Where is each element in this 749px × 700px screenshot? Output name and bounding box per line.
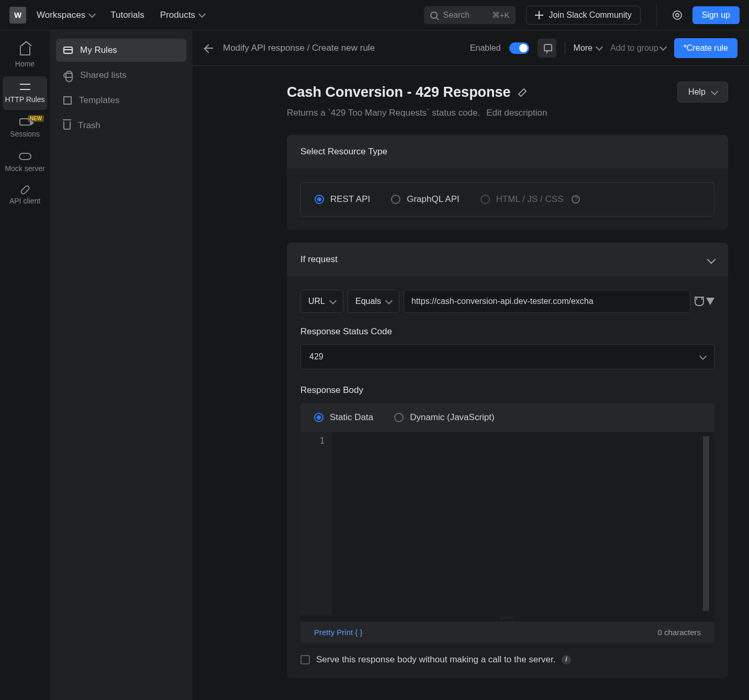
body-dynamic-option[interactable]: Dynamic (JavaScript) [394, 412, 495, 423]
products-menu[interactable]: Products [160, 10, 205, 20]
create-rule-button[interactable]: *Create rule [674, 38, 737, 58]
editor-gutter: 1 [300, 432, 332, 615]
content: Cash Conversion - 429 Response Help Retu… [193, 66, 749, 700]
if-request-label: If request [300, 254, 338, 265]
info-icon[interactable] [572, 195, 580, 204]
camera-icon [19, 118, 31, 126]
back-arrow-icon[interactable] [204, 43, 214, 53]
crumb-bar: Modify API response / Create new rule En… [193, 30, 749, 66]
static-label: Static Data [330, 412, 373, 423]
edit-icon[interactable] [518, 88, 527, 96]
status-code-value: 429 [309, 352, 323, 362]
character-count: 0 characters [657, 628, 701, 637]
grid-icon [63, 96, 72, 105]
search-icon [430, 12, 438, 19]
search-shortcut: ⌘+K [492, 10, 510, 20]
rail-api-client[interactable]: API client [3, 181, 47, 211]
radio-icon [314, 413, 323, 422]
rail-sessions[interactable]: NEW Sessions [3, 112, 47, 144]
radio-icon [480, 195, 490, 204]
response-body-label: Response Body [300, 385, 714, 396]
slack-icon [535, 11, 543, 19]
rail-mock-server[interactable]: Mock server [3, 146, 47, 179]
chevron-down-icon [711, 87, 718, 95]
serve-checkbox[interactable] [300, 655, 310, 664]
workspaces-menu[interactable]: Workspaces [37, 10, 95, 20]
url-input[interactable]: https://cash-conversion-api.dev-tester.c… [404, 290, 690, 313]
resource-rest-option[interactable]: REST API [315, 194, 370, 205]
edit-description-link[interactable]: Edit description [486, 108, 547, 118]
chevron-down-icon [699, 352, 707, 359]
top-nav: Workspaces Tutorials Products [37, 10, 205, 20]
graphql-label: GraphQL API [407, 194, 459, 205]
body-type-tabs: Static Data Dynamic (JavaScript) [300, 403, 714, 432]
add-group-label: Add to group [610, 43, 658, 53]
sidebar-shared-label: Shared lists [80, 70, 127, 81]
info-icon[interactable] [562, 655, 571, 664]
chevron-down-icon [88, 10, 96, 18]
rail-api-label: API client [9, 197, 40, 205]
body-static-option[interactable]: Static Data [314, 412, 373, 423]
help-button[interactable]: Help [677, 82, 728, 103]
editor-code-area[interactable] [332, 432, 714, 615]
topbar: W Workspaces Tutorials Products Search ⌘… [0, 0, 749, 30]
enabled-toggle[interactable] [509, 42, 529, 54]
status-code-select[interactable]: 429 [300, 344, 714, 369]
chevron-down-icon [596, 43, 603, 51]
enabled-label: Enabled [470, 43, 501, 53]
body-editor[interactable]: 1 [300, 432, 714, 615]
signup-button[interactable]: Sign up [692, 6, 740, 24]
chevron-down-icon [329, 297, 337, 304]
tutorials-link[interactable]: Tutorials [110, 10, 144, 20]
divider [656, 4, 657, 27]
rail-sessions-label: Sessions [10, 130, 40, 138]
chevron-down-icon[interactable] [707, 255, 716, 264]
filter-icon[interactable] [706, 298, 714, 305]
sidebar: My Rules Shared lists Templates Trash [50, 30, 193, 700]
pretty-print-link[interactable]: Pretty Print { } [314, 628, 363, 637]
resource-graphql-option[interactable]: GraphQL API [391, 194, 459, 205]
url-field-selector[interactable]: URL [300, 290, 343, 313]
join-slack-button[interactable]: Join Slack Community [526, 6, 640, 25]
link-icon [19, 184, 30, 195]
if-request-card: If request URL Equals https://cash-con [287, 243, 728, 679]
rail-rules-label: HTTP Rules [5, 95, 45, 104]
add-to-group-menu[interactable]: Add to group [610, 43, 666, 53]
home-icon [20, 46, 30, 55]
sidebar-shared-lists[interactable]: Shared lists [56, 64, 186, 87]
status-code-label: Response Status Code [300, 326, 714, 337]
main-panel: Modify API response / Create new rule En… [193, 30, 749, 700]
sidebar-templates-label: Templates [79, 95, 119, 106]
resource-html-option[interactable]: HTML / JS / CSS [480, 194, 580, 205]
more-label: More [574, 43, 593, 53]
chevron-down-icon [659, 43, 667, 51]
settings-icon[interactable] [673, 10, 682, 20]
flask-icon[interactable] [695, 297, 702, 306]
workspace-badge[interactable]: W [9, 7, 26, 24]
resize-handle[interactable]: :::::::: [300, 615, 714, 622]
rule-title: Cash Conversion - 429 Response [287, 84, 511, 100]
equals-label: Equals [355, 297, 381, 306]
sidebar-templates[interactable]: Templates [56, 89, 186, 112]
slack-label: Join Slack Community [549, 10, 631, 20]
chevron-down-icon [198, 10, 206, 18]
link-icon [63, 73, 73, 78]
url-field-label: URL [308, 297, 325, 306]
rail-home[interactable]: Home [3, 40, 47, 74]
products-label: Products [160, 10, 195, 20]
html-label: HTML / JS / CSS [496, 194, 564, 205]
sidebar-trash[interactable]: Trash [56, 114, 186, 137]
window-icon [63, 47, 73, 54]
more-menu[interactable]: More [574, 43, 602, 53]
rail-home-label: Home [15, 60, 35, 68]
separator [565, 42, 565, 54]
chevron-down-icon [385, 297, 393, 304]
sidebar-my-rules[interactable]: My Rules [56, 39, 186, 62]
url-operator-selector[interactable]: Equals [348, 290, 399, 313]
radio-icon [394, 413, 404, 422]
cloud-icon [19, 153, 31, 160]
rail-http-rules[interactable]: HTTP Rules [3, 76, 47, 110]
tutorials-label: Tutorials [110, 10, 144, 20]
search-input[interactable]: Search ⌘+K [424, 6, 516, 24]
pin-button[interactable] [538, 39, 556, 58]
